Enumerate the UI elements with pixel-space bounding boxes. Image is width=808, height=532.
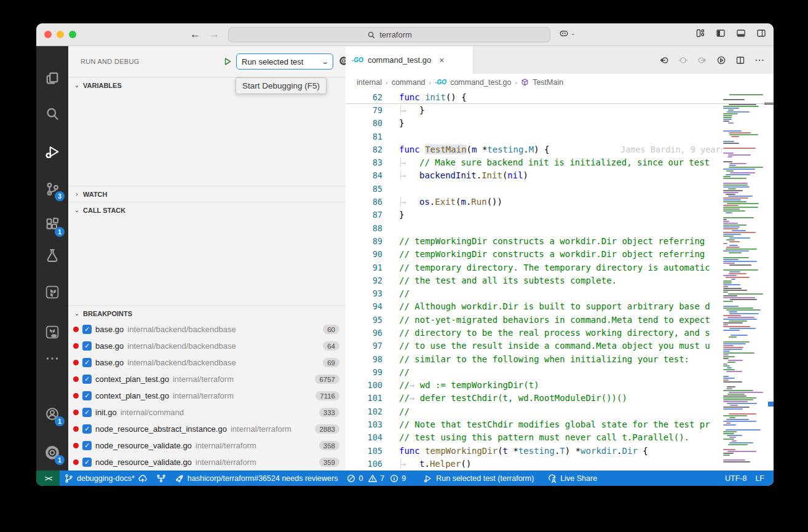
line-number[interactable]: 104 (346, 432, 382, 442)
source-control-graph-item[interactable] (152, 470, 170, 486)
line-number[interactable]: 95 (346, 315, 382, 325)
breakpoint-checkbox[interactable]: ✓ (82, 325, 92, 334)
branch-status-item[interactable]: debugging-docs* (60, 470, 152, 486)
activity-item-source-control[interactable]: 3 (36, 175, 68, 202)
minimize-window-button[interactable] (57, 31, 64, 38)
breadcrumb-item[interactable]: command (392, 78, 426, 87)
code-editor[interactable]: 62func init() {79→}80}8182func TestMain(… (346, 90, 774, 470)
code-line[interactable]: 101//→ defer testChdir(t, wd.RootModuleD… (346, 392, 722, 405)
breakpoint-checkbox[interactable]: ✓ (82, 341, 92, 351)
breakpoint-row[interactable]: ✓node_resource_validate.gointernal/terra… (68, 454, 346, 470)
code-line[interactable]: 96// directory to be the real process wo… (346, 326, 722, 339)
code-line[interactable]: 84→backendInit.Init(nil) (346, 169, 722, 182)
line-number[interactable]: 105 (346, 446, 382, 456)
sticky-scroll-line[interactable]: 62func init() { (346, 90, 722, 103)
customize-layout-icon[interactable] (695, 28, 705, 38)
pull-request-status-item[interactable]: hashicorp/terraform#36524 needs reviewer… (170, 470, 343, 486)
line-number[interactable]: 84 (346, 170, 382, 180)
breakpoint-row[interactable]: ✓context_plan_test.gointernal/terraform6… (68, 371, 346, 387)
line-number[interactable]: 100 (346, 380, 382, 390)
breakpoint-checkbox[interactable]: ✓ (82, 375, 92, 384)
line-number[interactable]: 80 (346, 118, 382, 128)
activity-item-search[interactable] (36, 100, 68, 127)
breakpoint-row[interactable]: ✓node_resource_abstract_instance.gointer… (68, 421, 346, 437)
line-number[interactable]: 81 (346, 132, 382, 141)
line-number[interactable]: 101 (346, 393, 382, 403)
line-number[interactable]: 82 (346, 145, 382, 154)
line-number[interactable]: 91 (346, 263, 382, 272)
activity-item-more-views[interactable] (36, 345, 68, 372)
code-line[interactable]: 79→} (346, 103, 722, 116)
activity-item-extensions[interactable]: 1 (36, 211, 68, 238)
navigate-forward-icon[interactable]: → (209, 28, 220, 41)
command-center-search[interactable]: terraform (228, 27, 550, 42)
line-number[interactable]: 93 (346, 288, 382, 298)
line-number[interactable]: 89 (346, 236, 382, 246)
activity-item-testing[interactable] (36, 242, 68, 269)
line-number[interactable]: 102 (346, 407, 382, 416)
eol-status-item[interactable]: LF (751, 470, 769, 486)
code-line[interactable]: 105func tempWorkingDir(t *testing.T) *wo… (346, 444, 722, 457)
line-number[interactable]: 79 (346, 105, 382, 115)
breakpoint-row[interactable]: ✓base.gointernal/backend/backendbase60 (68, 321, 346, 338)
breakpoint-row[interactable]: ✓node_resource_validate.gointernal/terra… (68, 437, 346, 454)
code-line[interactable]: 88 (346, 221, 722, 234)
close-tab-icon[interactable]: × (439, 55, 444, 65)
code-line[interactable]: 89// tempWorkingDir constructs a workdir… (346, 234, 722, 247)
breadcrumb-item[interactable]: internal (357, 78, 382, 87)
code-line[interactable]: 93// (346, 287, 722, 300)
line-number[interactable]: 97 (346, 341, 382, 351)
code-line[interactable]: 98// similar to the following when initi… (346, 352, 722, 365)
code-line[interactable]: 85 (346, 182, 722, 195)
problems-status-item[interactable]: 0 7 9 (342, 470, 410, 486)
line-number[interactable]: 87 (346, 210, 382, 220)
tab-command-test-go[interactable]: -GO command_test.go × (346, 46, 473, 74)
line-number[interactable]: 62 (346, 92, 382, 102)
code-line[interactable]: 92// the test and all its subtests compl… (346, 274, 722, 287)
breakpoint-checkbox[interactable]: ✓ (82, 408, 92, 417)
breadcrumb-item[interactable]: command_test.go (450, 78, 511, 87)
breakpoint-row[interactable]: ✓base.gointernal/backend/backendbase69 (68, 354, 346, 371)
navigate-back-icon[interactable]: ← (190, 28, 200, 41)
breadcrumb-item[interactable]: TestMain (533, 78, 563, 87)
line-number[interactable]: 106 (346, 459, 382, 469)
activity-item-run-and-debug[interactable] (36, 138, 68, 165)
code-line[interactable]: 94// Although workdir.Dir is built to su… (346, 300, 722, 313)
live-share-status-item[interactable]: Live Share (543, 470, 601, 486)
code-line[interactable]: 87} (346, 208, 722, 221)
configure-gear-icon[interactable] (339, 56, 346, 66)
breakpoint-checkbox[interactable]: ✓ (82, 441, 92, 450)
line-number[interactable]: 98 (346, 354, 382, 364)
toggle-panel-icon[interactable] (736, 28, 746, 38)
code-line[interactable]: 97// to use the result inside a command.… (346, 339, 722, 352)
remote-indicator[interactable]: >< (36, 470, 60, 486)
line-number[interactable]: 99 (346, 367, 382, 377)
code-line[interactable]: 103// Note that testChdir modifies globa… (346, 418, 722, 431)
activity-item-terraform-cloud[interactable] (36, 319, 68, 346)
minimap[interactable] (722, 90, 770, 470)
split-editor-icon[interactable] (735, 55, 745, 65)
next-change-icon[interactable] (697, 55, 707, 65)
code-line[interactable]: 104// test using this pattern must never… (346, 431, 722, 444)
breakpoint-row[interactable]: ✓base.gointernal/backend/backendbase64 (68, 338, 346, 354)
line-number[interactable]: 86 (346, 197, 382, 207)
debug-configuration-select[interactable]: Run selected test ⌄ (236, 54, 333, 69)
editor-more-actions-icon[interactable]: ⋯ (755, 54, 765, 66)
code-line[interactable]: 82func TestMain(m *testing.M) {James Bar… (346, 143, 722, 156)
code-line[interactable]: 86→os.Exit(m.Run()) (346, 195, 722, 208)
line-number[interactable]: 94 (346, 301, 382, 311)
code-line[interactable]: 90// tempWorkingDir constructs a workdir… (346, 248, 722, 261)
line-number[interactable]: 85 (346, 184, 382, 194)
activity-item-terraform[interactable] (36, 279, 68, 306)
line-number[interactable]: 96 (346, 328, 382, 338)
copilot-chevron-icon[interactable]: ⌄ (571, 30, 576, 36)
code-line[interactable]: 100//→ wd := tempWorkingDir(t) (346, 379, 722, 392)
breakpoint-row[interactable]: ✓context_plan_test.gointernal/terraform7… (68, 387, 346, 404)
line-number[interactable]: 88 (346, 223, 382, 233)
activity-item-settings[interactable]: 1 (36, 439, 68, 466)
breakpoints-section-header[interactable]: ⌄ BREAKPOINTS (68, 305, 346, 321)
code-line[interactable]: 81 (346, 130, 722, 143)
start-debugging-button[interactable] (220, 54, 235, 69)
code-line[interactable]: 80} (346, 117, 722, 130)
activity-item-accounts[interactable]: 1 (36, 400, 68, 427)
